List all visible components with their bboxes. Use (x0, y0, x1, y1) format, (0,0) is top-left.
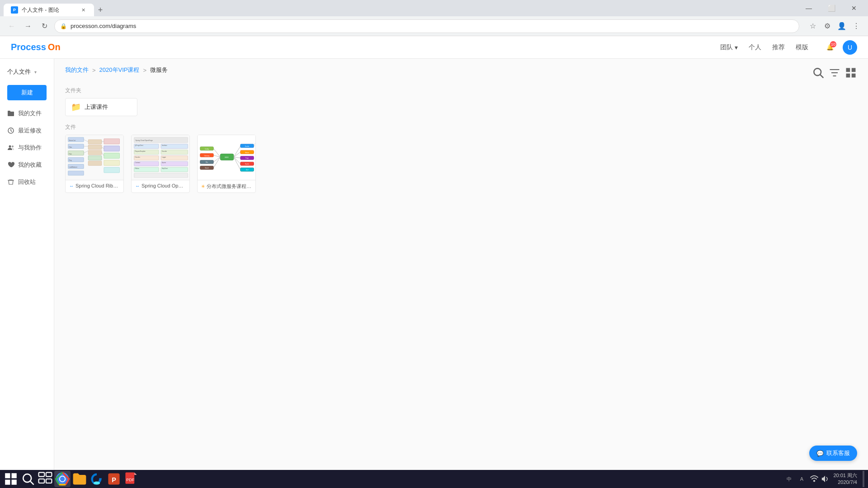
sidebar-item-my-files[interactable]: 我的文件 (0, 106, 54, 121)
svg-text:@FeignClient: @FeignClient (135, 145, 143, 146)
new-tab-btn[interactable]: + (94, 4, 107, 16)
file-type-icon-2: ↔ (135, 183, 140, 188)
clock-icon (7, 127, 14, 134)
view-toggle-btn[interactable] (844, 66, 857, 79)
notification-btn[interactable]: 🔔 10 (823, 40, 837, 55)
filter-btn[interactable] (828, 66, 841, 79)
taskbar-edge-icon[interactable] (89, 471, 105, 487)
input-icon[interactable]: A (797, 474, 806, 483)
svg-rect-22 (88, 140, 102, 144)
svg-rect-31 (104, 167, 120, 173)
taskbar-pdf-icon[interactable]: PDF (123, 471, 139, 487)
maximize-btn[interactable]: ⬜ (821, 2, 842, 14)
sidebar-item-favorites[interactable]: 我的收藏 (0, 157, 54, 173)
taskbar-chrome-icon[interactable] (54, 471, 71, 487)
sidebar-favorites-label: 我的收藏 (18, 161, 42, 169)
nav-links: 团队 ▾ 个人 推荐 模版 (720, 43, 808, 52)
svg-text:Hystrix: Hystrix (245, 163, 250, 165)
svg-rect-96 (5, 473, 10, 478)
svg-rect-18 (68, 171, 84, 175)
address-bar: ← → ↻ 🔒 processon.com/diagrams ☆ ⚙ 👤 ⋮ (0, 16, 868, 36)
svg-point-108 (60, 477, 65, 482)
file-info-3: ✳ 分布式微服务课程大纲... (198, 180, 255, 192)
network-icon[interactable] (810, 474, 819, 483)
file-preview-2: Spring Cloud OpenFeign (132, 135, 190, 180)
nav-template[interactable]: 模版 (796, 43, 808, 52)
back-btn[interactable]: ← (5, 20, 18, 33)
folders-section-label: 文件夹 (65, 87, 857, 94)
svg-text:Interface: Interface (162, 145, 167, 146)
search-btn[interactable] (812, 66, 825, 79)
breadcrumb-level1[interactable]: 2020年VIP课程 (99, 66, 140, 74)
svg-rect-53 (134, 173, 188, 178)
breadcrumb-current: 微服务 (150, 66, 168, 74)
file-area: 我的文件 > 2020年VIP课程 > 微服务 (54, 59, 868, 473)
menu-btn[interactable]: ⋮ (850, 20, 863, 33)
active-tab[interactable]: P 个人文件 - 图论 ✕ (4, 4, 94, 16)
profile-btn[interactable]: 👤 (835, 20, 848, 33)
refresh-btn[interactable]: ↻ (38, 20, 51, 33)
breadcrumb-root[interactable]: 我的文件 (65, 66, 89, 74)
nav-team[interactable]: 团队 ▾ (720, 43, 738, 52)
taskbar-sys: 中 A 20:01 周六 2020/7/4 (784, 471, 864, 487)
volume-icon[interactable] (821, 474, 830, 483)
svg-text:Filter: Filter (69, 146, 72, 148)
lock-icon: 🔒 (60, 23, 67, 29)
svg-point-114 (813, 480, 815, 482)
sidebar-personal-files-header[interactable]: 个人文件 ▾ (0, 64, 54, 80)
new-file-btn[interactable]: 新建 (7, 85, 47, 100)
svg-rect-27 (104, 139, 120, 144)
extensions-btn[interactable]: ⚙ (821, 20, 834, 33)
svg-text:Decoder: Decoder (135, 156, 140, 158)
file-card-3[interactable]: 微服务 Eu (197, 135, 256, 193)
taskbar-ppt-icon[interactable]: P (106, 471, 122, 487)
breadcrumb-sep-2: > (143, 67, 146, 74)
logo-on: On (48, 42, 61, 52)
svg-text:Encoder: Encoder (162, 150, 167, 152)
main-content: 个人文件 ▾ 新建 我的文件 最近修改 与我协作 (0, 59, 868, 473)
forward-btn[interactable]: → (22, 20, 34, 33)
taskbar-folder-icon[interactable] (71, 471, 88, 487)
logo[interactable]: ProcessOn (11, 42, 61, 52)
bookmark-btn[interactable]: ☆ (807, 20, 819, 33)
nav-personal[interactable]: 个人 (749, 43, 761, 52)
folder-grid: 📁 上课课件 (65, 98, 857, 116)
svg-text:Logger: Logger (162, 156, 166, 158)
close-window-btn[interactable]: ✕ (844, 2, 864, 14)
folder-icon (7, 110, 14, 117)
svg-rect-25 (88, 156, 102, 160)
contact-btn[interactable]: 💬 联系客服 (809, 446, 857, 461)
folder-icon-item: 📁 (71, 102, 81, 112)
taskbar-search-btn[interactable] (20, 471, 36, 487)
file-card-1[interactable]: Server List Filter Rule Ping LoadBalance… (65, 135, 124, 193)
sidebar-item-collaborate[interactable]: 与我协作 (0, 140, 54, 155)
svg-rect-29 (104, 153, 120, 159)
file-name-3: 分布式微服务课程大纲... (207, 183, 252, 190)
svg-rect-10 (846, 74, 850, 78)
app: ProcessOn 团队 ▾ 个人 推荐 模版 🔔 10 U (0, 36, 868, 488)
nav-recommend[interactable]: 推荐 (772, 43, 785, 52)
svg-point-1 (9, 145, 11, 148)
svg-rect-98 (5, 480, 10, 485)
user-avatar[interactable]: U (843, 40, 857, 55)
sidebar-item-trash[interactable]: 回收站 (0, 174, 54, 190)
url-bar[interactable]: 🔒 processon.com/diagrams (54, 19, 799, 33)
svg-text:Zuul: Zuul (246, 169, 249, 171)
tab-title: 个人文件 - 图论 (22, 6, 76, 14)
breadcrumb: 我的文件 > 2020年VIP课程 > 微服务 (65, 66, 168, 74)
sidebar-collaborate-label: 与我协作 (18, 144, 42, 152)
svg-point-109 (94, 481, 100, 484)
tab-close-btn[interactable]: ✕ (80, 6, 87, 14)
file-card-2[interactable]: Spring Cloud OpenFeign (131, 135, 190, 193)
keyboard-icon[interactable]: 中 (784, 474, 793, 483)
svg-text:Ping: Ping (69, 160, 72, 161)
taskbar-task-view-btn[interactable] (37, 471, 53, 487)
svg-rect-103 (46, 473, 52, 477)
contact-label: 联系客服 (826, 449, 850, 457)
folder-item[interactable]: 📁 上课课件 (65, 98, 137, 116)
start-btn[interactable] (4, 472, 18, 486)
minimize-btn[interactable]: — (798, 2, 819, 14)
show-desktop-btn[interactable] (863, 471, 864, 487)
users-icon (7, 144, 14, 151)
sidebar-item-recent[interactable]: 最近修改 (0, 123, 54, 138)
